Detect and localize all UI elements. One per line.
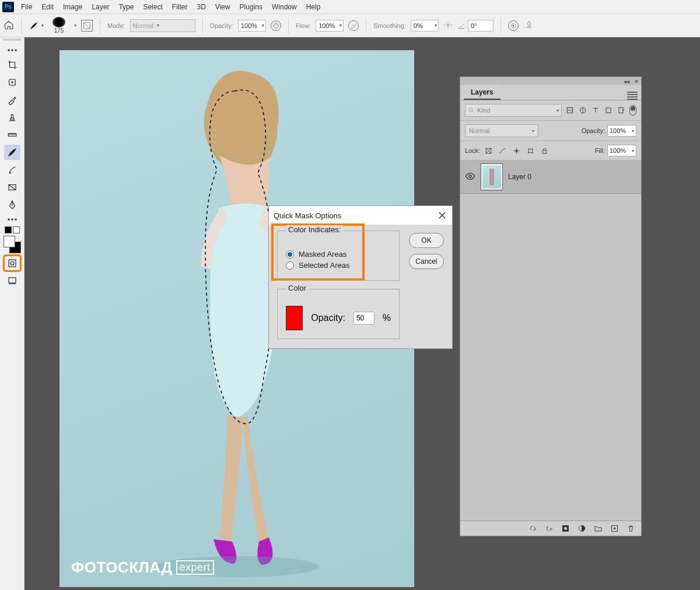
menu-help[interactable]: Help <box>302 1 326 13</box>
history-brush-tool-icon[interactable] <box>4 162 20 177</box>
opacity-value: 100% <box>241 22 257 29</box>
new-group-icon[interactable] <box>593 524 603 533</box>
stamp-tool-icon[interactable] <box>4 110 20 125</box>
menu-filter[interactable]: Filter <box>167 1 192 13</box>
angle-icon <box>457 22 466 30</box>
layer-fill-label: Fill: <box>595 147 605 154</box>
foreground-color-swatch[interactable] <box>4 236 15 247</box>
dialog-titlebar[interactable]: Quick Mask Options <box>269 206 452 225</box>
foreground-background-colors[interactable] <box>4 236 21 253</box>
toolbar-more-icon[interactable] <box>4 47 20 54</box>
toolbar-more-icon[interactable] <box>4 216 20 223</box>
smoothing-input[interactable]: 0% ▾ <box>411 20 439 32</box>
layer-opacity-input[interactable]: 100% ▾ <box>607 125 636 137</box>
link-layers-icon[interactable] <box>528 524 537 533</box>
menu-layer[interactable]: Layer <box>87 1 114 13</box>
menu-view[interactable]: View <box>211 1 235 13</box>
layer-kind-search[interactable]: Kind ▾ <box>465 104 562 117</box>
layer-row[interactable]: Layer 0 <box>460 160 641 194</box>
mode-select[interactable]: Normal ▾ <box>130 19 195 32</box>
collapse-icon[interactable]: ◂◂ <box>624 78 629 85</box>
radio-icon[interactable] <box>286 261 294 270</box>
svg-point-7 <box>8 50 9 51</box>
radio-masked-areas[interactable]: Masked Areas <box>286 250 391 259</box>
layer-thumbnail[interactable] <box>481 164 502 190</box>
filter-pixel-icon[interactable] <box>565 106 575 115</box>
layer-name[interactable]: Layer 0 <box>508 173 531 181</box>
brush-panel-toggle-icon[interactable] <box>81 20 93 32</box>
radio-icon[interactable] <box>286 250 294 259</box>
home-icon[interactable] <box>4 20 14 32</box>
lock-all-icon[interactable] <box>540 146 549 155</box>
symmetry-icon[interactable] <box>523 20 535 32</box>
menu-select[interactable]: Select <box>138 1 167 13</box>
default-swap-colors[interactable] <box>5 226 20 233</box>
pressure-opacity-icon[interactable] <box>271 20 281 31</box>
cancel-button[interactable]: Cancel <box>409 254 444 269</box>
menu-type[interactable]: Type <box>114 1 138 13</box>
color-legend: Color <box>286 284 309 292</box>
new-layer-icon[interactable] <box>610 524 619 533</box>
brush-preview[interactable]: 175 <box>48 17 69 34</box>
lock-image-icon[interactable] <box>498 146 507 155</box>
menu-image[interactable]: Image <box>58 1 87 13</box>
svg-point-14 <box>11 219 12 220</box>
layers-panel: ◂◂ ✕ Layers Kind ▾ Normal ▾ Opacity: 100… <box>460 76 642 536</box>
close-icon[interactable] <box>437 210 447 221</box>
overlay-color-swatch[interactable] <box>286 306 303 330</box>
current-tool-preset[interactable]: ▾ <box>29 20 44 31</box>
filter-type-icon[interactable] <box>591 106 600 115</box>
new-adjustment-icon[interactable] <box>577 524 586 533</box>
smoothing-options-icon[interactable] <box>443 20 453 31</box>
eyedropper-tool-icon[interactable] <box>4 92 20 107</box>
pen-tool-icon[interactable] <box>4 197 20 212</box>
crop-tool-icon[interactable] <box>4 57 20 72</box>
blend-opacity-row: Normal ▾ Opacity: 100% ▾ <box>460 121 641 141</box>
ruler-tool-icon[interactable] <box>4 127 20 142</box>
opacity-input[interactable]: 100% ▾ <box>238 20 266 32</box>
angle-input[interactable]: 0° <box>468 20 494 32</box>
pressure-size-icon[interactable] <box>508 20 519 31</box>
svg-point-29 <box>469 174 472 177</box>
svg-point-3 <box>356 24 356 25</box>
overlay-opacity-input[interactable]: 50 <box>354 312 374 324</box>
close-panel-icon[interactable]: ✕ <box>634 78 639 85</box>
panel-menu-icon[interactable] <box>627 92 638 100</box>
layers-tab[interactable]: Layers <box>464 85 501 100</box>
filter-shape-icon[interactable] <box>604 106 613 115</box>
quick-mask-options-dialog: Quick Mask Options Color Indicates: Mask… <box>268 205 453 349</box>
chevron-down-icon: ▾ <box>340 23 342 28</box>
toolbar-grip[interactable] <box>4 39 21 41</box>
layer-effects-icon[interactable] <box>544 524 554 533</box>
lock-artboard-icon[interactable] <box>526 146 535 155</box>
add-mask-icon[interactable] <box>561 524 570 533</box>
ok-button[interactable]: OK <box>409 233 444 248</box>
brush-tool-icon[interactable] <box>4 145 20 160</box>
layer-fill-input[interactable]: 100% ▾ <box>607 145 636 156</box>
delete-layer-icon[interactable] <box>626 524 635 533</box>
lock-transparency-icon[interactable] <box>484 146 493 155</box>
radio-selected-areas[interactable]: Selected Areas <box>286 261 391 270</box>
svg-rect-18 <box>9 278 16 283</box>
menu-edit[interactable]: Edit <box>37 1 58 13</box>
filter-toggle[interactable] <box>629 105 636 116</box>
chevron-down-icon[interactable]: ▾ <box>74 23 76 28</box>
blend-mode-select[interactable]: Normal ▾ <box>465 124 538 137</box>
gradient-tool-icon[interactable] <box>4 180 20 195</box>
watermark: ФОТОСКЛАД expert <box>71 558 214 577</box>
menu-plugins[interactable]: Plugins <box>235 1 267 13</box>
menu-file[interactable]: File <box>16 1 37 13</box>
menu-3d[interactable]: 3D <box>192 1 210 13</box>
quick-mask-tool-icon[interactable] <box>4 256 20 271</box>
spot-heal-tool-icon[interactable] <box>4 75 20 90</box>
filter-smart-icon[interactable] <box>617 106 626 115</box>
lock-position-icon[interactable] <box>512 146 521 155</box>
filter-adjust-icon[interactable] <box>578 106 587 115</box>
menu-window[interactable]: Window <box>267 1 302 13</box>
separator <box>288 18 289 34</box>
visibility-toggle-icon[interactable] <box>465 171 475 183</box>
opacity-label: Opacity: <box>210 22 233 29</box>
flow-input[interactable]: 100% ▾ <box>316 20 344 32</box>
screen-mode-icon[interactable] <box>4 273 20 288</box>
airbrush-icon[interactable] <box>348 20 359 31</box>
